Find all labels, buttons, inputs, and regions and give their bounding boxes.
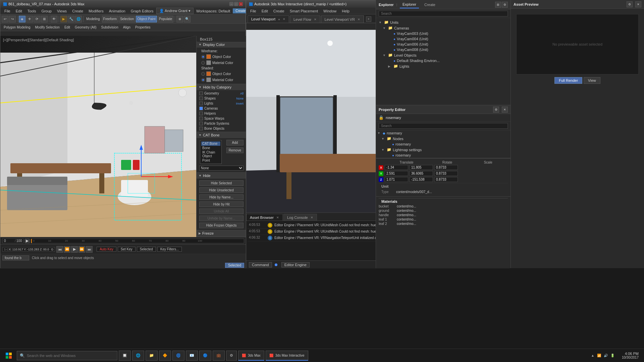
frame-nav-btn[interactable]: ▶ <box>25 239 30 243</box>
taskbar-mail-icon[interactable]: 📧 <box>186 351 198 361</box>
hide-selected-btn[interactable]: Hide Selected <box>199 180 244 186</box>
menu-tools[interactable]: Tools <box>25 8 39 14</box>
asset-preview-settings[interactable]: ⚙ <box>627 1 633 7</box>
maximize-btn[interactable]: □ <box>234 2 238 6</box>
display-color-header[interactable]: ▼ Display Color <box>197 42 246 48</box>
menu-edit[interactable]: Edit <box>13 8 25 14</box>
wireframe-mat-radio[interactable] <box>201 61 205 65</box>
tab-log-console-close[interactable]: ✕ <box>311 216 313 219</box>
selection-btn[interactable]: Selection <box>119 16 135 22</box>
hide-frozen-btn[interactable]: Hide Frozen Objects <box>199 223 244 228</box>
explorer-tab-create[interactable]: Create <box>422 1 438 8</box>
taskbar-3dsmax-item[interactable]: 🟥 3ds Max <box>238 351 264 361</box>
bone-item-catbone[interactable]: CAT Bone <box>201 141 220 146</box>
translate-y-input[interactable] <box>385 171 408 176</box>
close-btn[interactable]: ✕ <box>239 2 243 6</box>
select-btn[interactable]: ◈ <box>19 16 25 22</box>
taskbar-interactive-item[interactable]: 🟥 3ds Max Interactive <box>266 351 308 361</box>
freeform-btn[interactable]: Freeform <box>102 16 118 22</box>
explorer-search-input[interactable] <box>379 11 508 16</box>
tab-level-viewport-close[interactable]: ✕ <box>283 17 285 21</box>
tab-level-viewport-vr-close[interactable]: ✕ <box>358 18 360 21</box>
redo-btn[interactable]: ↪ <box>9 16 16 22</box>
left-viewport[interactable]: [+][Perspective][Standard][Default Shadi… <box>0 36 196 237</box>
scale-x-input[interactable] <box>434 165 458 170</box>
menu-modifiers[interactable]: Modifiers <box>86 8 106 14</box>
prop-tree-rosemary-node[interactable]: ▷ ● rosemary <box>376 141 511 147</box>
taskbar-folder-icon[interactable]: 📁 <box>146 351 158 361</box>
menu-file[interactable]: File <box>2 8 13 14</box>
tab-log-console[interactable]: Log Console ✕ <box>283 214 317 221</box>
render-setup-btn[interactable]: 🔧 <box>68 16 74 22</box>
hbc-none-btn[interactable]: None <box>236 97 244 100</box>
hbc-invert-btn[interactable]: Invert <box>236 102 244 105</box>
full-render-btn[interactable]: Full Render <box>554 77 582 84</box>
taskbar-search-box[interactable]: 🔍 <box>17 351 117 360</box>
start-button[interactable] <box>2 350 15 362</box>
rotate-z-input[interactable] <box>410 177 433 182</box>
hide-header[interactable]: ▼ Hide <box>197 173 246 179</box>
hide-by-name-btn[interactable]: Hide by Name... <box>199 194 244 200</box>
mt-align[interactable]: Align <box>121 25 132 30</box>
tree-vray004[interactable]: ▷ ● VrayCam004 (Unit) <box>377 36 509 42</box>
menu-create[interactable]: Create <box>69 8 86 14</box>
tab-add-btn[interactable]: + <box>366 16 371 22</box>
tab-level-viewport[interactable]: Level Viewport ● ✕ <box>248 15 289 23</box>
shaded-obj-radio[interactable] <box>201 72 205 76</box>
rotate-x-input[interactable] <box>410 165 433 170</box>
zoom-btn[interactable]: 🔍 <box>184 16 191 22</box>
snap-btn[interactable]: ⊕ <box>176 16 183 22</box>
populate-btn[interactable]: Populate <box>158 16 173 22</box>
explorer-filter-btn[interactable]: ⊞ <box>495 2 501 8</box>
object-paint-btn[interactable]: Object Paint <box>136 16 157 22</box>
hbc-all-btn[interactable]: All <box>240 92 244 95</box>
tree-vray003[interactable]: ▷ ● VrayCam003 (Unit) <box>377 31 509 36</box>
auto-key-btn[interactable]: Auto Key <box>97 247 116 252</box>
right-menu-edit[interactable]: Edit <box>259 8 271 14</box>
go-end-btn[interactable]: ⏭ <box>86 246 93 253</box>
tree-units[interactable]: ▼ 📁 Units <box>377 19 509 25</box>
taskbar-store-icon[interactable]: 🔶 <box>159 351 171 361</box>
undo-btn[interactable]: ↩ <box>2 16 8 22</box>
unhide-by-name-btn[interactable]: Unhide by Name... <box>199 216 244 221</box>
minimize-btn[interactable]: ─ <box>229 2 233 6</box>
tab-level-flow[interactable]: Level Flow ✕ <box>290 15 320 23</box>
tree-default-shading[interactable]: ▷ ● Default Shading Environ... <box>377 58 509 63</box>
bone-item-point[interactable]: Point <box>201 158 220 163</box>
unhide-all-btn[interactable]: Unhide All <box>199 208 244 214</box>
timeline-track[interactable]: 0 10 20 30 40 50 60 70 80 90 100 <box>31 239 244 243</box>
hbc-header[interactable]: ▼ Hide by Category <box>197 84 246 90</box>
move-btn[interactable]: ✛ <box>26 16 33 22</box>
cat-bone-header[interactable]: ▼ CAT Bone <box>197 132 246 138</box>
mt-subdiv[interactable]: Subdivision <box>99 25 120 30</box>
hbc-cameras-cb[interactable]: ✓ <box>199 107 203 110</box>
menu-animation[interactable]: Animation <box>106 8 128 14</box>
menu-group[interactable]: Group <box>39 8 54 14</box>
tree-vray006[interactable]: ▷ ● VrayCam006 (Unit) <box>377 42 509 47</box>
bone-dropdown[interactable]: None <box>199 166 244 171</box>
prev-frame-btn[interactable]: ⏪ <box>64 246 70 253</box>
go-start-btn[interactable]: ⏮ <box>56 246 63 253</box>
wireframe-obj-radio[interactable] <box>201 55 205 59</box>
right-menu-file[interactable]: File <box>248 8 259 14</box>
hbc-spacewarps-cb[interactable] <box>199 117 203 120</box>
mt-geometry[interactable]: Geometry (All) <box>73 25 98 30</box>
prop-editor-settings[interactable]: ⚙ <box>493 107 499 113</box>
menu-workspaces[interactable]: Workspaces: Default <box>194 8 233 14</box>
view-btn[interactable]: 👁 <box>51 16 57 22</box>
env-btn[interactable]: 🌐 <box>75 16 82 22</box>
shaded-mat-row[interactable]: Material Color <box>199 77 244 83</box>
next-frame-btn[interactable]: ⏩ <box>78 246 85 253</box>
scale-btn[interactable]: ⊞ <box>41 16 48 22</box>
prop-search-input[interactable] <box>379 123 508 129</box>
hbc-helpers-cb[interactable] <box>199 112 203 115</box>
hide-by-hit-btn[interactable]: Hide by Hit <box>199 201 244 207</box>
render-btn[interactable]: ▶ <box>60 16 67 22</box>
hbc-geometry-cb[interactable] <box>199 92 203 95</box>
taskbar-app3-icon[interactable]: ⚙ <box>226 351 237 361</box>
taskbar-ie-icon[interactable]: 🌐 <box>132 351 144 361</box>
bone-item-ikchain[interactable]: IK Chain Object <box>201 150 220 158</box>
menu-graph-editors[interactable]: Graph Editors <box>128 8 156 14</box>
explorer-tab-explorer[interactable]: Explorer <box>400 1 419 8</box>
hbc-shapes-cb[interactable] <box>199 97 203 100</box>
